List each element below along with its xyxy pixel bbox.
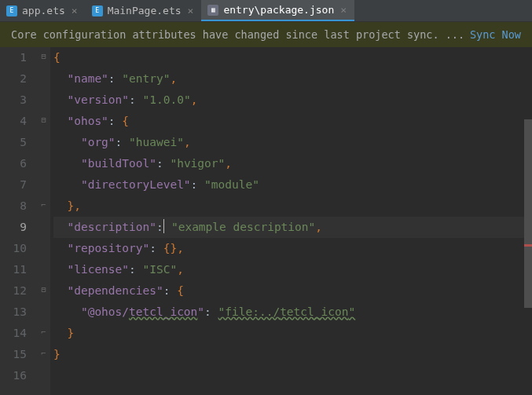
line-number: 6 bbox=[0, 153, 27, 174]
json-file-icon: ▦ bbox=[207, 5, 218, 16]
ets-file-icon: E bbox=[6, 5, 17, 16]
tab-label: MainPage.ets bbox=[108, 5, 182, 16]
line-number-gutter: 12345678910111213141516 bbox=[0, 47, 38, 395]
tab-label: app.ets bbox=[22, 5, 65, 16]
fold-toggle-icon[interactable]: ⊟ bbox=[39, 116, 48, 125]
fold-column: ⊟ ⊟ ⌐ ⊟ ⌐ ⌐ bbox=[38, 47, 50, 395]
tab-package-json[interactable]: ▦ entry\package.json × bbox=[201, 0, 354, 21]
line-number: 9 bbox=[0, 217, 27, 238]
line-number: 10 bbox=[0, 238, 27, 259]
line-number: 11 bbox=[0, 259, 27, 280]
close-icon[interactable]: × bbox=[70, 5, 79, 16]
fold-toggle-icon[interactable]: ⊟ bbox=[39, 53, 48, 61]
line-number: 14 bbox=[0, 323, 27, 344]
close-icon[interactable]: × bbox=[339, 4, 348, 16]
line-number: 13 bbox=[0, 302, 27, 323]
line-number: 16 bbox=[0, 365, 27, 386]
error-stripe-mark[interactable] bbox=[524, 244, 532, 247]
line-number: 8 bbox=[0, 196, 27, 217]
ets-file-icon: E bbox=[92, 5, 103, 16]
code-editor[interactable]: 12345678910111213141516 ⊟ ⊟ ⌐ ⊟ ⌐ ⌐ { "n… bbox=[0, 47, 532, 395]
code-area[interactable]: { "name": "entry", "version": "1.0.0", "… bbox=[50, 47, 532, 395]
tab-app-ets[interactable]: E app.ets × bbox=[0, 0, 86, 21]
editor-tabs: E app.ets × E MainPage.ets × ▦ entry\pac… bbox=[0, 0, 532, 22]
vertical-scrollbar[interactable] bbox=[524, 119, 532, 308]
fold-end-icon: ⌐ bbox=[39, 328, 48, 337]
sync-now-link[interactable]: Sync Now bbox=[470, 28, 521, 41]
line-number: 15 bbox=[0, 344, 27, 365]
tab-mainpage-ets[interactable]: E MainPage.ets × bbox=[86, 0, 202, 21]
close-icon[interactable]: × bbox=[186, 5, 196, 16]
line-number: 12 bbox=[0, 280, 27, 302]
fold-end-icon: ⌐ bbox=[39, 201, 48, 210]
text-caret bbox=[163, 219, 165, 233]
line-number: 1 bbox=[0, 47, 27, 68]
line-number: 2 bbox=[0, 68, 27, 90]
line-number: 4 bbox=[0, 111, 27, 132]
notice-message: Core configuration attributes have chang… bbox=[11, 28, 464, 41]
line-number: 5 bbox=[0, 132, 27, 153]
line-number: 3 bbox=[0, 90, 27, 111]
tab-label: entry\package.json bbox=[223, 4, 334, 16]
fold-end-icon: ⌐ bbox=[39, 349, 48, 358]
line-number: 7 bbox=[0, 174, 27, 196]
fold-toggle-icon[interactable]: ⊟ bbox=[39, 286, 48, 294]
sync-notice-bar: Core configuration attributes have chang… bbox=[0, 22, 532, 47]
